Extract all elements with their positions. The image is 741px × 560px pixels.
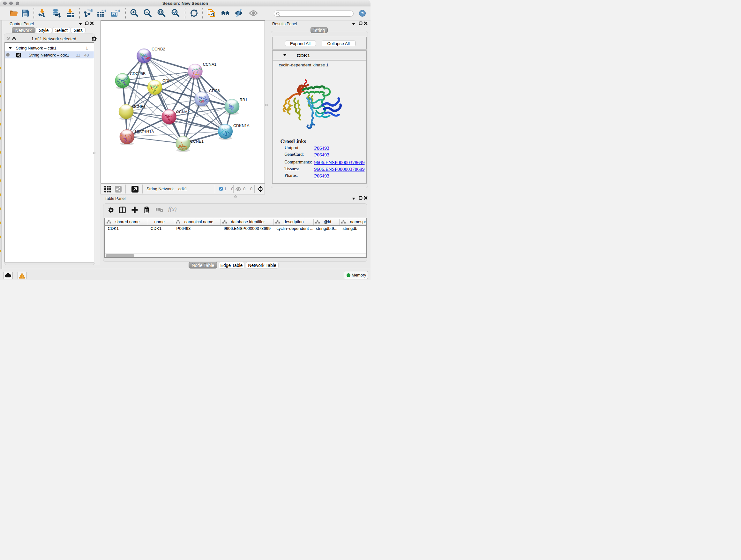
svg-text:CDC25B: CDC25B [130,71,145,76]
svg-text:CCNA1: CCNA1 [203,62,216,67]
svg-text:CDC6: CDC6 [209,88,220,93]
svg-text:CCNB2: CCNB2 [151,47,165,51]
svg-text:CDKN1A: CDKN1A [233,123,250,128]
svg-text:CCNE1: CCNE1 [190,139,204,144]
svg-text:RB1: RB1 [240,98,247,102]
svg-text:CCNA2: CCNA2 [176,110,190,114]
svg-text:CCNB1: CCNB1 [132,105,145,109]
svg-text:CDK1: CDK1 [162,78,173,83]
svg-text:HIST1H1A: HIST1H1A [135,130,154,134]
